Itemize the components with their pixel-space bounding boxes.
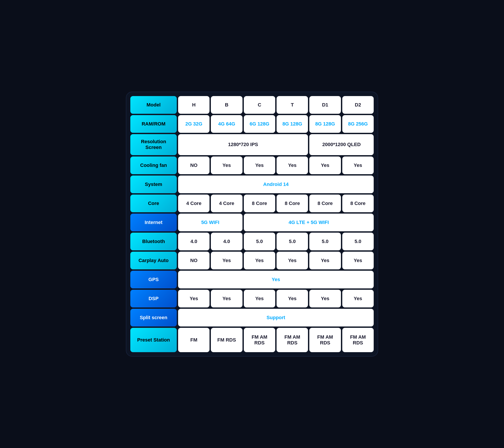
cell-ramrom-d1: 8G 128G	[309, 115, 341, 133]
label-internet: Internet	[130, 214, 177, 231]
cell-carplay-h: NO	[178, 252, 210, 269]
cell-ramrom-d2: 8G 256G	[342, 115, 374, 133]
cell-gps-value: Yes	[178, 271, 374, 288]
cell-cooling-d2: Yes	[342, 156, 374, 174]
label-cooling: Cooling fan	[130, 156, 177, 174]
cell-carplay-t: Yes	[277, 252, 308, 269]
cell-core-b: 4 Core	[211, 195, 242, 212]
cell-model-b: B	[211, 96, 242, 114]
cell-bluetooth-b: 4.0	[211, 233, 242, 250]
cell-dsp-h: Yes	[178, 290, 210, 307]
cell-carplay-d1: Yes	[309, 252, 341, 269]
label-core: Core	[130, 195, 177, 212]
label-gps: GPS	[130, 271, 177, 288]
cell-bluetooth-t: 5.0	[277, 233, 308, 250]
cell-preset-h: FM	[178, 328, 210, 352]
label-bluetooth: Bluetooth	[130, 233, 177, 250]
label-resolution: Resolution Screen	[130, 134, 177, 155]
cell-preset-t: FM AM RDS	[277, 328, 308, 352]
cell-ramrom-c: 6G 128G	[244, 115, 275, 133]
cell-cooling-c: Yes	[244, 156, 275, 174]
cell-dsp-d1: Yes	[309, 290, 341, 307]
cell-dsp-c: Yes	[244, 290, 275, 307]
cell-ramrom-b: 4G 64G	[211, 115, 242, 133]
cell-cooling-h: NO	[178, 156, 210, 174]
cell-bluetooth-d1: 5.0	[309, 233, 341, 250]
label-dsp: DSP	[130, 290, 177, 307]
cell-preset-c: FM AM RDS	[244, 328, 275, 352]
cell-cooling-t: Yes	[277, 156, 308, 174]
cell-system-value: Android 14	[178, 176, 374, 193]
label-ramrom: RAM/ROM	[130, 115, 177, 133]
cell-core-t: 8 Core	[277, 195, 308, 212]
cell-model-c: C	[244, 96, 275, 114]
cell-core-c: 8 Core	[244, 195, 275, 212]
table-grid: Model H B C T D1 D2 RAM/ROM 2G 32G 4G 64…	[130, 96, 374, 352]
cell-resolution-ips: 1280*720 IPS	[178, 134, 308, 155]
label-preset: Preset Station	[130, 328, 177, 352]
label-split: Split screen	[130, 309, 177, 326]
cell-core-d2: 8 Core	[342, 195, 374, 212]
cell-preset-d2: FM AM RDS	[342, 328, 374, 352]
cell-internet-wifi: 5G WIFI	[178, 214, 242, 231]
cell-cooling-b: Yes	[211, 156, 242, 174]
cell-carplay-d2: Yes	[342, 252, 374, 269]
cell-core-h: 4 Core	[178, 195, 210, 212]
label-model: Model	[130, 96, 177, 114]
label-carplay: Carplay Auto	[130, 252, 177, 269]
cell-preset-d1: FM AM RDS	[309, 328, 341, 352]
cell-dsp-b: Yes	[211, 290, 242, 307]
cell-ramrom-t: 8G 128G	[277, 115, 308, 133]
cell-model-d2: D2	[342, 96, 374, 114]
cell-carplay-c: Yes	[244, 252, 275, 269]
cell-resolution-qled: 2000*1200 QLED	[309, 134, 374, 155]
cell-dsp-d2: Yes	[342, 290, 374, 307]
label-system: System	[130, 176, 177, 193]
cell-bluetooth-h: 4.0	[178, 233, 210, 250]
cell-bluetooth-c: 5.0	[244, 233, 275, 250]
cell-bluetooth-d2: 5.0	[342, 233, 374, 250]
cell-model-t: T	[277, 96, 308, 114]
cell-dsp-t: Yes	[277, 290, 308, 307]
cell-model-h: H	[178, 96, 210, 114]
cell-core-d1: 8 Core	[309, 195, 341, 212]
cell-ramrom-h: 2G 32G	[178, 115, 210, 133]
cell-model-d1: D1	[309, 96, 341, 114]
cell-split-value: Support	[178, 309, 374, 326]
cell-internet-lte: 4G LTE + 5G WIFI	[244, 214, 374, 231]
cell-preset-b: FM RDS	[211, 328, 242, 352]
cell-cooling-d1: Yes	[309, 156, 341, 174]
comparison-table: Model H B C T D1 D2 RAM/ROM 2G 32G 4G 64…	[126, 92, 378, 356]
cell-carplay-b: Yes	[211, 252, 242, 269]
